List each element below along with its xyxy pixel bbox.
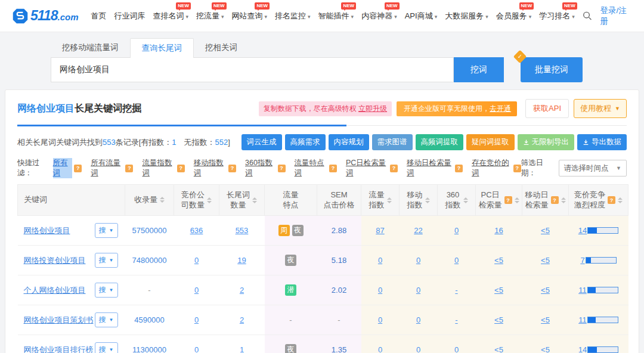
search-dropdown-button[interactable]: 搜▼	[95, 342, 118, 353]
mobile-daily-search-link[interactable]: <5	[541, 345, 550, 353]
nav-item-5[interactable]: 排名监控▾	[275, 11, 311, 21]
nav-item-10[interactable]: 会员服务▾NEW	[496, 11, 532, 21]
filter-link-4[interactable]: 360指数词	[245, 158, 276, 178]
action-button-6[interactable]: 无限制导出	[518, 134, 575, 150]
mobile-daily-search-link[interactable]: <5	[541, 286, 550, 295]
bid-heat-link[interactable]: 14	[578, 345, 587, 353]
index-360-link[interactable]: 0	[454, 226, 459, 235]
bid-companies-link[interactable]: 636	[190, 226, 203, 235]
longtail-count-link[interactable]: 2	[240, 286, 244, 295]
search-dropdown-button[interactable]: 搜▼	[95, 283, 118, 298]
search-dropdown-button[interactable]: 搜▼	[95, 223, 118, 238]
filter-link-7[interactable]: 移动日检索量词	[407, 158, 453, 178]
pc-daily-search-link[interactable]: <5	[494, 345, 503, 353]
filter-link-1[interactable]: 所有流量词	[91, 158, 123, 178]
action-button-5[interactable]: 疑问词提取	[466, 134, 515, 150]
index-360-link[interactable]: -	[455, 315, 457, 324]
date-select[interactable]: 请选择时间点 ▼	[559, 160, 627, 176]
bid-heat-link[interactable]: 14	[578, 226, 587, 235]
column-header-11[interactable]: 竞价竞争激烈程度?	[569, 185, 628, 216]
longtail-count-link[interactable]: 553	[236, 226, 249, 235]
keyword-input[interactable]	[51, 57, 454, 82]
flow-index-link[interactable]: 87	[376, 226, 384, 235]
filter-link-5[interactable]: 流量特点词	[295, 158, 327, 178]
help-icon[interactable]: ?	[513, 165, 521, 172]
column-header-1[interactable]: 收录量	[125, 185, 174, 216]
tab-2[interactable]: 挖相关词	[194, 38, 249, 57]
mobile-daily-search-link[interactable]: <5	[541, 256, 550, 265]
bid-companies-link[interactable]: 0	[194, 315, 199, 324]
mobile-daily-search-link[interactable]: <5	[541, 226, 550, 235]
index-360-link[interactable]: -	[455, 286, 457, 295]
help-icon[interactable]: ?	[177, 165, 185, 172]
nav-item-11[interactable]: 学习排名▾NEW	[539, 11, 575, 21]
search-dropdown-button[interactable]: 搜▼	[95, 253, 118, 268]
upgrade-link[interactable]: 立即升级	[358, 104, 387, 113]
flow-index-link[interactable]: 0	[378, 286, 382, 295]
filter-link-6[interactable]: PC日检索量词	[346, 158, 388, 178]
search-dropdown-button[interactable]: 搜▼	[95, 312, 118, 327]
bid-companies-link[interactable]: 0	[194, 256, 199, 265]
tab-0[interactable]: 挖移动端流量词	[51, 38, 130, 57]
column-header-2[interactable]: 竞价公司数量	[174, 185, 219, 216]
nav-item-7[interactable]: 内容神器▾NEW	[361, 11, 397, 21]
keyword-link[interactable]: 个人网络创业项目	[24, 285, 86, 296]
longtail-count-link[interactable]: 2	[240, 315, 244, 324]
help-icon[interactable]: ?	[608, 196, 615, 204]
filter-link-0[interactable]: 所有词	[53, 158, 73, 178]
nav-item-0[interactable]: 首页	[91, 11, 106, 21]
batch-dig-button[interactable]: 批量挖词	[521, 57, 583, 82]
action-button-0[interactable]: 词云生成	[242, 134, 282, 150]
index-360-link[interactable]: 0	[454, 345, 459, 353]
mobile-index-link[interactable]: 22	[414, 226, 422, 235]
mobile-index-link[interactable]: 0	[416, 345, 420, 353]
flow-index-link[interactable]: 0	[378, 256, 382, 265]
action-button-2[interactable]: 内容规划	[329, 134, 369, 150]
mobile-index-link[interactable]: 0	[416, 315, 420, 324]
nav-item-4[interactable]: 网站查询▾NEW	[232, 11, 268, 21]
filter-link-8[interactable]: 存在竞价的词	[472, 158, 512, 178]
tab-1[interactable]: 查询长尾词	[130, 38, 194, 58]
action-button-1[interactable]: 高频需求	[285, 134, 326, 150]
keyword-link[interactable]: 网络创业项目排行榜	[24, 345, 94, 353]
bid-heat-link[interactable]: 7	[580, 256, 584, 265]
tutorial-button[interactable]: 使用教程▼	[574, 99, 627, 118]
help-icon[interactable]: ?	[228, 165, 236, 172]
longtail-count-link[interactable]: 19	[237, 256, 246, 265]
filter-link-2[interactable]: 流量指数词	[142, 158, 175, 178]
nav-item-3[interactable]: 挖流量▾NEW	[196, 11, 224, 21]
keyword-link[interactable]: 网络创业项目	[24, 225, 70, 236]
index-360-link[interactable]: 0	[454, 256, 459, 265]
mobile-index-link[interactable]: 0	[416, 286, 420, 295]
column-header-7[interactable]: 移动指数	[400, 185, 438, 216]
column-header-10[interactable]: 移动日检索量?	[522, 185, 569, 216]
column-header-9[interactable]: PC日检索量?	[476, 185, 522, 216]
flow-index-link[interactable]: 0	[378, 345, 382, 353]
help-icon[interactable]: ?	[504, 196, 512, 204]
bid-heat-link[interactable]: 11	[578, 315, 587, 324]
mobile-index-link[interactable]: 0	[416, 256, 420, 265]
column-header-3[interactable]: 长尾词数量	[219, 185, 265, 216]
pc-daily-search-link[interactable]: <5	[494, 256, 503, 265]
action-button-3[interactable]: 需求图谱	[372, 134, 413, 150]
nav-item-2[interactable]: 查排名词▾NEW	[153, 11, 188, 21]
help-icon[interactable]: ?	[329, 165, 337, 172]
nav-item-6[interactable]: 智能插件▾NEW	[318, 11, 354, 21]
flow-index-link[interactable]: 0	[378, 315, 382, 324]
column-header-6[interactable]: 流量指数	[361, 185, 400, 216]
longtail-count-link[interactable]: 1	[240, 345, 244, 353]
bid-companies-link[interactable]: 0	[194, 345, 199, 353]
help-icon[interactable]: ?	[278, 165, 286, 172]
help-icon[interactable]: ?	[390, 165, 398, 172]
pc-daily-search-link[interactable]: <5	[494, 286, 503, 295]
help-icon[interactable]: ?	[125, 165, 133, 172]
get-api-button[interactable]: 获取API	[525, 99, 569, 118]
dig-words-button[interactable]: 挖词	[454, 57, 504, 82]
open-enterprise-link[interactable]: 去开通	[490, 104, 511, 113]
action-button-4[interactable]: 高频词提取	[416, 134, 464, 150]
mobile-daily-search-link[interactable]: <5	[541, 315, 550, 324]
nav-item-1[interactable]: 行业词库	[114, 11, 145, 21]
pc-daily-search-link[interactable]: <5	[494, 315, 503, 324]
login-register-link[interactable]: 登录/注册	[600, 5, 632, 27]
filter-link-3[interactable]: 移动指数词	[194, 158, 227, 178]
